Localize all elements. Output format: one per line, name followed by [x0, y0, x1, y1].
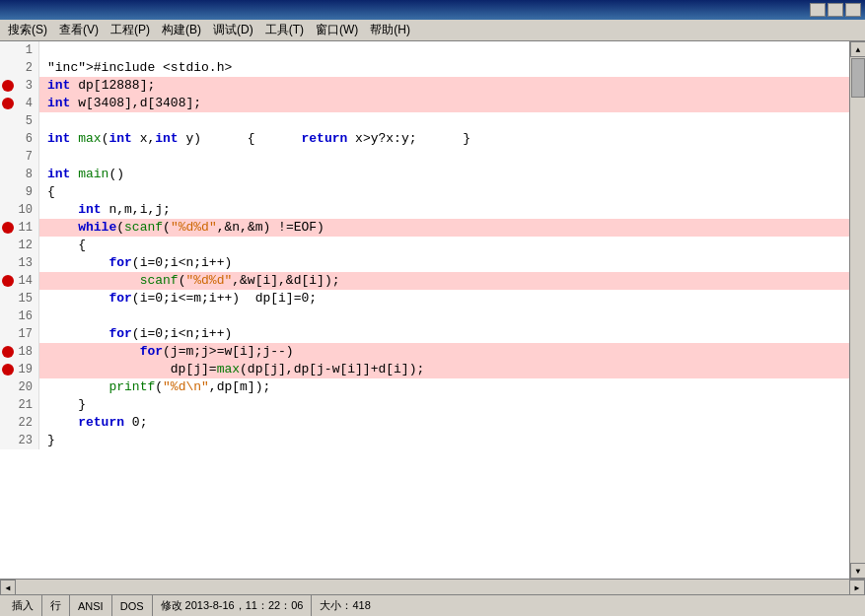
status-line-ending: DOS	[112, 595, 153, 616]
line-content-7[interactable]	[39, 148, 849, 166]
line-number-15: 15	[0, 290, 39, 308]
line-number-1: 1	[0, 41, 39, 59]
line-content-19[interactable]: dp[j]=max(dp[j],dp[j-w[i]]+d[i]);	[39, 361, 849, 378]
line-content-13[interactable]: for(i=0;i<n;i++)	[39, 254, 849, 272]
line-content-12[interactable]: {	[39, 237, 849, 254]
line-number-19: 19	[0, 361, 39, 378]
code-line-14: 14 scanf("%d%d",&w[i],&d[i]);	[0, 272, 849, 290]
horizontal-scrollbar[interactable]: ◀ ▶	[0, 579, 865, 594]
line-number-13: 13	[0, 254, 39, 272]
line-number-11: 11	[0, 219, 39, 237]
code-line-17: 17 for(i=0;i<n;i++)	[0, 325, 849, 343]
title-bar-controls	[810, 3, 861, 17]
menu-item-帮助(H)[interactable]: 帮助(H)	[364, 20, 416, 40]
menu-item-调试(D)[interactable]: 调试(D)	[207, 20, 259, 40]
code-line-21: 21 }	[0, 396, 849, 414]
status-encoding: ANSI	[70, 595, 112, 616]
code-line-6: 6int max(int x,int y) { return x>y?x:y; …	[0, 130, 849, 148]
code-line-2: 2"inc">#include <stdio.h>	[0, 59, 849, 77]
line-content-20[interactable]: printf("%d\n",dp[m]);	[39, 378, 849, 396]
code-line-15: 15 for(i=0;i<=m;i++) dp[i]=0;	[0, 290, 849, 308]
breakpoint-14[interactable]	[2, 275, 14, 287]
line-number-20: 20	[0, 378, 39, 396]
menu-item-工具(T)[interactable]: 工具(T)	[259, 20, 310, 40]
line-content-16[interactable]	[39, 308, 849, 325]
line-number-22: 22	[0, 414, 39, 432]
code-line-22: 22 return 0;	[0, 414, 849, 432]
breakpoint-18[interactable]	[2, 346, 14, 358]
line-content-8[interactable]: int main()	[39, 166, 849, 183]
menu-item-构建(B)[interactable]: 构建(B)	[156, 20, 207, 40]
code-line-8: 8int main()	[0, 166, 849, 183]
code-line-13: 13 for(i=0;i<n;i++)	[0, 254, 849, 272]
menu-item-窗口(W)[interactable]: 窗口(W)	[310, 20, 364, 40]
line-content-6[interactable]: int max(int x,int y) { return x>y?x:y; }	[39, 130, 849, 148]
breakpoint-11[interactable]	[2, 222, 14, 234]
code-lines: 1 2"inc">#include <stdio.h>3int dp[12888…	[0, 41, 849, 449]
scroll-up-button[interactable]: ▲	[850, 41, 865, 57]
line-number-16: 16	[0, 308, 39, 325]
line-content-14[interactable]: scanf("%d%d",&w[i],&d[i]);	[39, 272, 849, 290]
minimize-button[interactable]	[810, 3, 826, 17]
line-number-7: 7	[0, 148, 39, 166]
code-line-5: 5	[0, 112, 849, 130]
status-modified: 修改 2013-8-16，11：22：06	[153, 595, 313, 616]
code-line-16: 16	[0, 308, 849, 325]
line-content-9[interactable]: {	[39, 183, 849, 201]
menu-item-查看(V)[interactable]: 查看(V)	[53, 20, 105, 40]
editor-main: 1 2"inc">#include <stdio.h>3int dp[12888…	[0, 41, 865, 579]
line-content-4[interactable]: int w[3408],d[3408];	[39, 95, 849, 112]
line-number-6: 6	[0, 130, 39, 148]
status-bar: 插入行ANSIDOS修改 2013-8-16，11：22：06大小：418	[0, 594, 865, 616]
breakpoint-3[interactable]	[2, 80, 14, 92]
line-number-21: 21	[0, 396, 39, 414]
line-content-18[interactable]: for(j=m;j>=w[i];j--)	[39, 343, 849, 361]
line-number-12: 12	[0, 237, 39, 254]
line-content-3[interactable]: int dp[12888];	[39, 77, 849, 95]
line-content-11[interactable]: while(scanf("%d%d",&n,&m) !=EOF)	[39, 219, 849, 237]
line-number-23: 23	[0, 432, 39, 449]
code-line-9: 9{	[0, 183, 849, 201]
line-number-8: 8	[0, 166, 39, 183]
code-area[interactable]: 1 2"inc">#include <stdio.h>3int dp[12888…	[0, 41, 849, 579]
line-content-21[interactable]: }	[39, 396, 849, 414]
maximize-button[interactable]	[828, 3, 843, 17]
code-line-23: 23}	[0, 432, 849, 449]
hscroll-right-button[interactable]: ▶	[849, 580, 865, 594]
line-content-17[interactable]: for(i=0;i<n;i++)	[39, 325, 849, 343]
menu-item-搜索(S)[interactable]: 搜索(S)	[2, 20, 53, 40]
menu-bar: 搜索(S)查看(V)工程(P)构建(B)调试(D)工具(T)窗口(W)帮助(H)	[0, 20, 865, 41]
code-line-3: 3int dp[12888];	[0, 77, 849, 95]
line-content-23[interactable]: }	[39, 432, 849, 449]
line-content-5[interactable]	[39, 112, 849, 130]
scroll-track	[850, 57, 865, 563]
close-button[interactable]	[845, 3, 861, 17]
line-number-4: 4	[0, 95, 39, 112]
line-content-22[interactable]: return 0;	[39, 414, 849, 432]
code-line-19: 19 dp[j]=max(dp[j],dp[j-w[i]]+d[i]);	[0, 361, 849, 378]
code-line-1: 1	[0, 41, 849, 59]
code-line-20: 20 printf("%d\n",dp[m]);	[0, 378, 849, 396]
status-size: 大小：418	[312, 595, 378, 616]
code-line-7: 7	[0, 148, 849, 166]
code-line-18: 18 for(j=m;j>=w[i];j--)	[0, 343, 849, 361]
breakpoint-19[interactable]	[2, 364, 14, 376]
vertical-scrollbar[interactable]: ▲ ▼	[849, 41, 865, 579]
line-content-2[interactable]: "inc">#include <stdio.h>	[39, 59, 849, 77]
line-number-17: 17	[0, 325, 39, 343]
status-insert: 插入	[4, 595, 42, 616]
code-line-4: 4int w[3408],d[3408];	[0, 95, 849, 112]
scroll-thumb[interactable]	[851, 58, 865, 98]
line-number-2: 2	[0, 59, 39, 77]
line-content-15[interactable]: for(i=0;i<=m;i++) dp[i]=0;	[39, 290, 849, 308]
menu-item-工程(P)[interactable]: 工程(P)	[105, 20, 156, 40]
breakpoint-4[interactable]	[2, 98, 14, 109]
line-number-18: 18	[0, 343, 39, 361]
line-content-1[interactable]	[39, 41, 849, 59]
hscroll-left-button[interactable]: ◀	[0, 580, 16, 594]
code-line-12: 12 {	[0, 237, 849, 254]
line-content-10[interactable]: int n,m,i,j;	[39, 201, 849, 219]
line-number-14: 14	[0, 272, 39, 290]
line-number-3: 3	[0, 77, 39, 95]
scroll-down-button[interactable]: ▼	[850, 563, 865, 579]
